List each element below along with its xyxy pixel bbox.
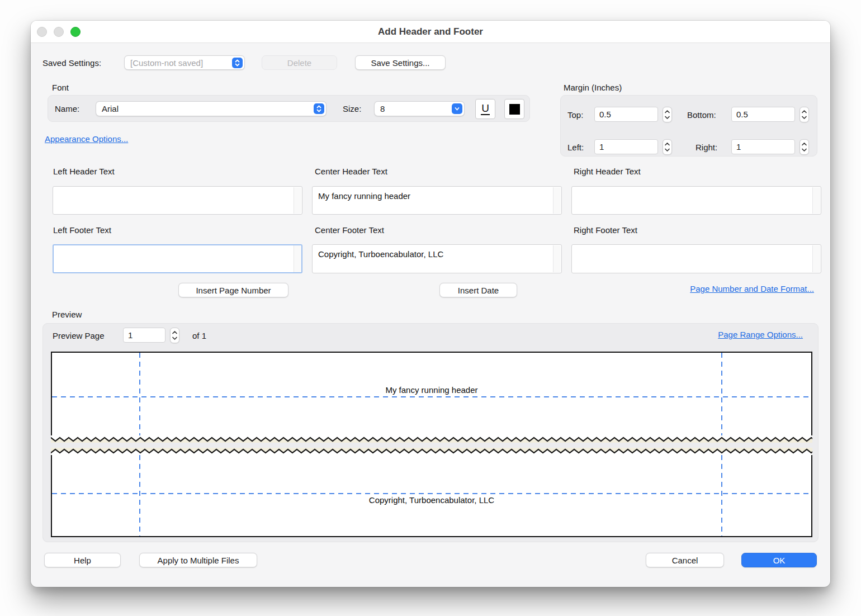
center-footer-textarea[interactable]: Copyright, Turboencabulator, LLC [312, 244, 562, 273]
margin-bottom-input[interactable] [731, 107, 795, 122]
save-settings-button[interactable]: Save Settings... [355, 55, 446, 70]
margin-section-label: Margin (Inches) [564, 83, 622, 92]
margin-groupbox: Top: Bottom: Left: Right: [560, 95, 817, 157]
saved-settings-value: [Custom-not saved] [125, 58, 232, 68]
left-footer-field-wrap [53, 244, 302, 273]
center-footer-label: Center Footer Text [315, 225, 384, 235]
font-size-dropdown[interactable]: 8 [374, 101, 465, 116]
underline-glyph: U [481, 103, 490, 115]
apply-to-multiple-files-button[interactable]: Apply to Multiple Files [139, 553, 257, 567]
center-footer-field-wrap: Copyright, Turboencabulator, LLC [312, 244, 562, 273]
saved-settings-label: Saved Settings: [42, 58, 101, 68]
margin-right-label: Right: [696, 143, 717, 152]
preview-page-count-label: of 1 [192, 331, 206, 340]
margin-top-input[interactable] [594, 107, 658, 122]
margin-left-input[interactable] [594, 139, 658, 154]
popup-updown-icon [232, 58, 243, 68]
insert-date-button[interactable]: Insert Date [439, 283, 517, 297]
help-button[interactable]: Help [44, 553, 121, 567]
preview-page-bottom-piece: Copyright, Turboencabulator, LLC [51, 455, 812, 537]
torn-edge-top-piece [51, 435, 812, 443]
chevron-down-icon [452, 103, 462, 114]
center-header-label: Center Header Text [315, 167, 387, 176]
font-name-dropdown[interactable]: Arial [96, 101, 327, 116]
font-size-value: 8 [375, 104, 452, 113]
page-number-date-format-link[interactable]: Page Number and Date Format... [668, 284, 814, 293]
margin-right-stepper[interactable] [800, 139, 809, 155]
delete-button: Delete [262, 55, 337, 70]
preview-groupbox: Preview Page of 1 Page Range Options... … [42, 323, 819, 542]
font-size-label: Size: [343, 104, 361, 113]
preview-page-top-piece: My fancy running header [51, 352, 812, 435]
appearance-options-link[interactable]: Appearance Options... [45, 134, 128, 144]
right-header-textarea[interactable] [571, 186, 821, 215]
margin-bottom-stepper[interactable] [800, 107, 809, 122]
margin-bottom-label: Bottom: [687, 110, 716, 120]
margin-top-stepper[interactable] [663, 107, 672, 122]
font-color-button[interactable] [504, 99, 524, 119]
left-header-label: Left Header Text [53, 167, 115, 176]
popup-updown-icon [314, 103, 324, 114]
font-groupbox: Name: Arial Size: 8 U [48, 95, 530, 122]
left-footer-label: Left Footer Text [53, 225, 111, 235]
font-name-value: Arial [96, 104, 314, 113]
dialog-title: Add Header and Footer [31, 21, 830, 43]
cancel-button[interactable]: Cancel [646, 553, 724, 567]
right-footer-field-wrap [571, 244, 821, 273]
margin-left-stepper[interactable] [663, 139, 672, 155]
font-name-label: Name: [55, 104, 79, 113]
font-section-label: Font [52, 83, 69, 92]
left-footer-textarea[interactable] [53, 244, 302, 273]
page-range-options-link[interactable]: Page Range Options... [718, 330, 803, 339]
preview-page-input[interactable] [123, 328, 165, 343]
header-margin-guide-line [52, 396, 811, 397]
margin-top-label: Top: [567, 110, 583, 120]
color-swatch-black [509, 104, 520, 115]
right-footer-label: Right Footer Text [574, 225, 637, 235]
saved-settings-dropdown[interactable]: [Custom-not saved] [124, 55, 245, 70]
right-header-label: Right Header Text [574, 167, 641, 176]
screenshot-stage: Add Header and Footer Saved Settings: [C… [0, 0, 861, 616]
right-footer-textarea[interactable] [571, 244, 821, 273]
add-header-footer-dialog: Add Header and Footer Saved Settings: [C… [31, 21, 830, 587]
center-header-textarea[interactable]: My fancy running header [312, 186, 562, 215]
ok-button[interactable]: OK [741, 553, 817, 567]
right-header-field-wrap [571, 186, 821, 215]
preview-page-label: Preview Page [53, 331, 105, 340]
preview-header-text: My fancy running header [52, 385, 811, 395]
margin-left-label: Left: [567, 143, 584, 152]
insert-page-number-button[interactable]: Insert Page Number [178, 283, 288, 297]
underline-toggle-button[interactable]: U [475, 99, 495, 119]
title-bar: Add Header and Footer [31, 21, 830, 43]
preview-section-label: Preview [52, 310, 82, 319]
preview-footer-text: Copyright, Turboencabulator, LLC [52, 495, 811, 505]
center-header-field-wrap: My fancy running header [312, 186, 562, 215]
margin-right-input[interactable] [731, 139, 795, 154]
footer-margin-guide-line [52, 493, 811, 494]
preview-page-stepper[interactable] [170, 328, 179, 343]
left-header-field-wrap [53, 186, 302, 215]
left-header-textarea[interactable] [53, 186, 302, 215]
preview-canvas: My fancy running header Copyright, Turbo… [51, 352, 812, 537]
torn-edge-bottom-piece [51, 448, 812, 455]
